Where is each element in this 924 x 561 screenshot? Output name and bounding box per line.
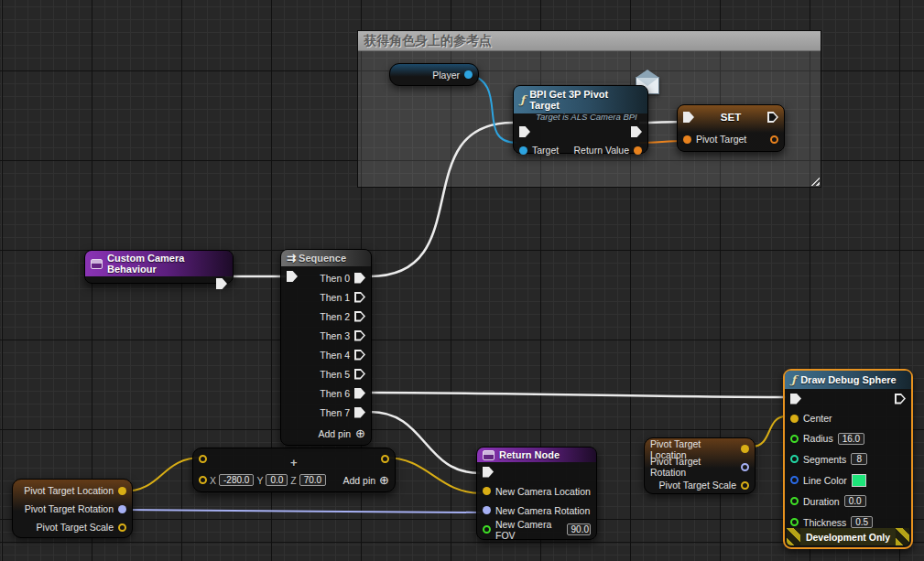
player-output-pin[interactable] — [464, 70, 473, 79]
node-sequence[interactable]: ⇉ Sequence Then 0 Then 1 Then 2 Then 3 — [280, 249, 372, 446]
sequence-then4-pin[interactable] — [354, 350, 365, 361]
node-get-pivot-target-right[interactable]: Pivot Target Location Pivot Target Rotat… — [644, 437, 756, 494]
bpi-return-label: Return Value — [573, 145, 629, 156]
bpi-target-label: Target — [532, 145, 559, 156]
bpi-exec-out-pin[interactable] — [631, 126, 642, 137]
draw-debug-exec-out-pin[interactable] — [895, 394, 906, 405]
custom-camera-title: Custom Camera Behaviour — [107, 253, 227, 275]
sequence-then3-pin[interactable] — [354, 330, 365, 341]
function-icon: ƒ — [791, 373, 796, 386]
wire-exec-then6-drawdebug — [370, 393, 786, 397]
bpi-return-pin[interactable] — [634, 146, 642, 155]
sequence-then7-label: Then 7 — [320, 407, 350, 418]
sequence-add-pin-label: Add pin — [318, 428, 351, 439]
pivot-target-scale-pin[interactable] — [118, 523, 126, 532]
x-value-input[interactable]: -280.0 — [219, 474, 254, 486]
radius-value-input[interactable]: 16.0 — [838, 433, 864, 445]
sequence-then1-pin[interactable] — [354, 292, 365, 303]
center-pin[interactable] — [790, 415, 799, 423]
radius-pin[interactable] — [790, 435, 799, 443]
set-exec-in-pin[interactable] — [683, 112, 694, 123]
thickness-label: Thickness — [803, 517, 846, 528]
node-bpi-get-3p-pivot-target[interactable]: ƒ BPI Get 3P Pivot Target Target is ALS … — [513, 85, 648, 154]
sequence-icon: ⇉ — [287, 252, 294, 264]
node-draw-debug-sphere[interactable]: ƒ Draw Debug Sphere Center Radius 16.0 S… — [783, 369, 913, 549]
bpi-target-pin[interactable] — [519, 146, 527, 155]
duration-label: Duration — [803, 496, 840, 507]
bpi-node-header[interactable]: ƒ BPI Get 3P Pivot Target — [514, 86, 647, 113]
bpi-node-subtitle: Target is ALS Camera BPI — [514, 112, 647, 124]
node-return[interactable]: Return Node New Camera Location New Came… — [476, 447, 597, 540]
pivot-target-scale-pin[interactable] — [741, 481, 749, 490]
center-label: Center — [803, 413, 832, 424]
set-exec-out-pin[interactable] — [767, 112, 778, 123]
sequence-then2-pin[interactable] — [354, 311, 365, 322]
bpi-exec-in-pin[interactable] — [519, 126, 530, 137]
return-node-header[interactable]: Return Node — [477, 448, 596, 462]
z-axis-label: Z — [290, 475, 296, 486]
vector-add-input-a-pin[interactable] — [199, 455, 207, 463]
wire-data-pivotrotation-newcamerarotation — [123, 510, 482, 512]
sequence-add-pin[interactable]: Add pin ⊕ — [281, 422, 371, 445]
sequence-then6-label: Then 6 — [320, 388, 350, 399]
sequence-then5-pin[interactable] — [354, 369, 365, 380]
sequence-then0-pin[interactable] — [354, 273, 365, 284]
segments-pin[interactable] — [790, 455, 799, 463]
node-player-variable[interactable]: Player — [389, 63, 479, 86]
function-icon: ƒ — [520, 93, 525, 106]
comment-header[interactable]: 获得角色身上的参考点 — [358, 31, 821, 51]
sequence-header[interactable]: ⇉ Sequence — [281, 250, 371, 266]
pivot-target-rotation-pin[interactable] — [741, 463, 749, 471]
sequence-then5-label: Then 5 — [320, 369, 350, 380]
vector-add-input-b-pin[interactable] — [199, 476, 207, 484]
sequence-title: Sequence — [299, 253, 346, 264]
thickness-value-input[interactable]: 0.5 — [851, 516, 873, 528]
new-camera-rotation-pin[interactable] — [483, 506, 491, 514]
x-axis-label: X — [210, 475, 216, 486]
draw-debug-title: Draw Debug Sphere — [800, 374, 897, 385]
new-camera-fov-pin[interactable] — [483, 525, 491, 534]
new-camera-location-label: New Camera Location — [495, 486, 591, 497]
node-set-pivot-target[interactable]: SET Pivot Target — [677, 104, 785, 152]
new-camera-location-pin[interactable] — [483, 487, 491, 495]
line-color-label: Line Color — [803, 475, 847, 486]
pivot-target-location-pin[interactable] — [741, 445, 749, 453]
draw-debug-exec-in-pin[interactable] — [790, 394, 801, 405]
hazard-stripe — [896, 528, 909, 545]
fov-value-input[interactable]: 90.0 — [567, 523, 591, 535]
thickness-pin[interactable] — [790, 518, 799, 526]
vector-add-add-pin[interactable]: Add pin ⊕ — [342, 474, 389, 486]
sequence-then2-label: Then 2 — [320, 311, 350, 322]
pivot-target-rotation-label: Pivot Target Rotation — [650, 456, 736, 478]
new-camera-fov-label: New Camera FOV — [495, 519, 562, 541]
pivot-target-location-pin[interactable] — [118, 487, 126, 495]
z-value-input[interactable]: 70.0 — [299, 474, 326, 486]
node-custom-camera-behaviour[interactable]: Custom Camera Behaviour — [84, 250, 234, 284]
duration-pin[interactable] — [790, 497, 799, 505]
vector-add-add-pin-label: Add pin — [342, 475, 375, 486]
duration-value-input[interactable]: 0.0 — [844, 495, 866, 507]
set-pivot-target-out-pin[interactable] — [770, 135, 778, 144]
sequence-then1-label: Then 1 — [320, 292, 350, 303]
custom-camera-header[interactable]: Custom Camera Behaviour — [85, 251, 233, 276]
sequence-then7-pin[interactable] — [354, 407, 365, 418]
y-value-input[interactable]: 0.0 — [266, 474, 288, 486]
new-camera-rotation-label: New Camera Rotation — [495, 505, 590, 516]
node-vector-add[interactable]: + X -280.0 Y 0.0 Z 70.0 Add pin ⊕ — [192, 448, 396, 492]
comment-resize-handle[interactable] — [809, 175, 820, 186]
segments-value-input[interactable]: 8 — [851, 453, 867, 465]
draw-debug-header[interactable]: ƒ Draw Debug Sphere — [785, 371, 911, 389]
custom-camera-exec-out-pin[interactable] — [216, 278, 227, 289]
blueprint-graph-canvas[interactable]: 获得角色身上的参考点 Player ƒ BPI Get 3P Pivot Tar… — [0, 0, 924, 561]
set-pivot-target-in-pin[interactable] — [683, 135, 691, 144]
vector-add-output-pin[interactable] — [381, 455, 389, 463]
add-operator-icon: + — [290, 456, 298, 469]
pivot-target-rotation-pin[interactable] — [118, 505, 126, 513]
line-color-pin[interactable] — [790, 476, 799, 484]
segments-label: Segments — [803, 454, 846, 465]
sequence-then3-label: Then 3 — [320, 330, 350, 341]
line-color-swatch[interactable] — [852, 474, 866, 487]
return-exec-in-pin[interactable] — [483, 467, 494, 478]
node-get-pivot-target-left[interactable]: Pivot Target Location Pivot Target Rotat… — [12, 479, 133, 538]
sequence-then6-pin[interactable] — [354, 388, 365, 399]
